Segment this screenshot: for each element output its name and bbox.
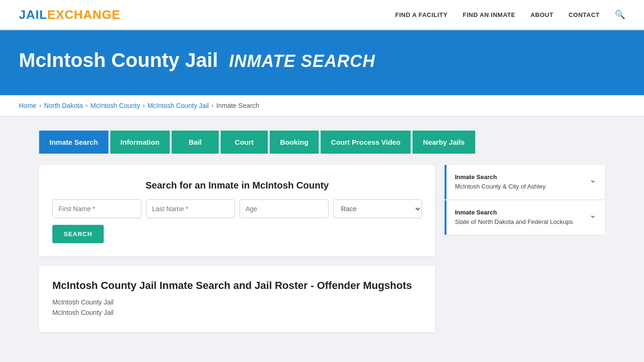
info-card: McIntosh County Jail Inmate Search and J… — [39, 266, 435, 332]
breadcrumb-sep-3: › — [143, 102, 145, 109]
hero-title-main: McIntosh County Jail — [19, 49, 218, 71]
header: JAILEXCHANGE FIND A FACILITY FIND AN INM… — [0, 0, 644, 30]
nav-about[interactable]: ABOUT — [530, 11, 553, 18]
breadcrumb-sep-1: › — [39, 102, 41, 109]
tab-bar: Inmate Search Information Bail Court Boo… — [39, 131, 605, 154]
breadcrumb-mc[interactable]: McIntosh County — [91, 102, 140, 109]
chevron-down-icon-1: ⌄ — [589, 174, 596, 185]
search-fields: Race White Black Hispanic Asian Native A… — [52, 199, 422, 218]
breadcrumb-bar: Home › North Dakota › McIntosh County › … — [0, 95, 644, 116]
main-nav: FIND A FACILITY FIND AN INMATE ABOUT CON… — [395, 9, 625, 20]
content-area: Search for an Inmate in McIntosh County … — [39, 165, 605, 332]
first-name-input[interactable] — [52, 199, 141, 218]
hero-banner: McIntosh County Jail INMATE SEARCH — [0, 30, 644, 95]
search-card-title: Search for an Inmate in McIntosh County — [52, 180, 422, 191]
info-card-line2: McIntosh County Jail — [52, 309, 422, 316]
info-card-line1: McIntosh County Jail — [52, 298, 422, 306]
race-select[interactable]: Race White Black Hispanic Asian Native A… — [333, 199, 422, 218]
page-title: McIntosh County Jail INMATE SEARCH — [19, 49, 625, 72]
tab-information[interactable]: Information — [110, 131, 170, 154]
logo-exchange: EXCHANGE — [47, 8, 120, 22]
sidebar-label-1: Inmate Search — [455, 173, 545, 181]
sidebar-label-2: Inmate Search — [455, 209, 573, 216]
tab-inmate-search[interactable]: Inmate Search — [39, 131, 108, 154]
nav-contact[interactable]: CONTACT — [569, 11, 600, 18]
nav-find-facility[interactable]: FIND A FACILITY — [395, 11, 447, 18]
right-panel: Inmate Search McIntosh County & City of … — [445, 165, 605, 235]
breadcrumb-current: Inmate Search — [216, 102, 259, 109]
tab-court-process-video[interactable]: Court Process Video — [321, 131, 411, 154]
hero-title-italic: INMATE SEARCH — [229, 51, 375, 71]
logo-jail: JAIL — [19, 8, 47, 22]
sidebar-sub-2: State of North Dakota and Federal Lockup… — [455, 218, 573, 226]
left-panel: Search for an Inmate in McIntosh County … — [39, 165, 435, 332]
breadcrumb-home[interactable]: Home — [19, 102, 36, 109]
info-card-title: McIntosh County Jail Inmate Search and J… — [52, 279, 422, 293]
sidebar-inmate-search-2[interactable]: Inmate Search State of North Dakota and … — [445, 200, 605, 235]
tab-bail[interactable]: Bail — [172, 131, 219, 154]
main-content: Inmate Search Information Bail Court Boo… — [20, 116, 624, 346]
search-icon[interactable]: 🔍 — [615, 9, 625, 20]
breadcrumb-mcj[interactable]: McIntosh County Jail — [148, 102, 209, 109]
chevron-down-icon-2: ⌄ — [589, 210, 596, 220]
inmate-search-card: Search for an Inmate in McIntosh County … — [39, 165, 435, 256]
nav-find-inmate[interactable]: FIND AN INMATE — [462, 11, 515, 18]
age-input[interactable] — [239, 199, 329, 218]
tab-booking[interactable]: Booking — [270, 131, 319, 154]
breadcrumb-sep-4: › — [212, 102, 214, 109]
breadcrumb-sep-2: › — [86, 102, 88, 109]
breadcrumb: Home › North Dakota › McIntosh County › … — [19, 102, 625, 109]
last-name-input[interactable] — [146, 199, 235, 218]
tab-court[interactable]: Court — [221, 131, 268, 154]
sidebar-sub-1: McIntosh County & City of Ashley — [455, 182, 545, 191]
breadcrumb-nd[interactable]: North Dakota — [44, 102, 83, 109]
logo[interactable]: JAILEXCHANGE — [19, 8, 121, 22]
sidebar-inmate-search-1[interactable]: Inmate Search McIntosh County & City of … — [445, 165, 605, 199]
tab-nearby-jails[interactable]: Nearby Jails — [413, 131, 475, 154]
search-button[interactable]: SEARCH — [52, 225, 104, 243]
